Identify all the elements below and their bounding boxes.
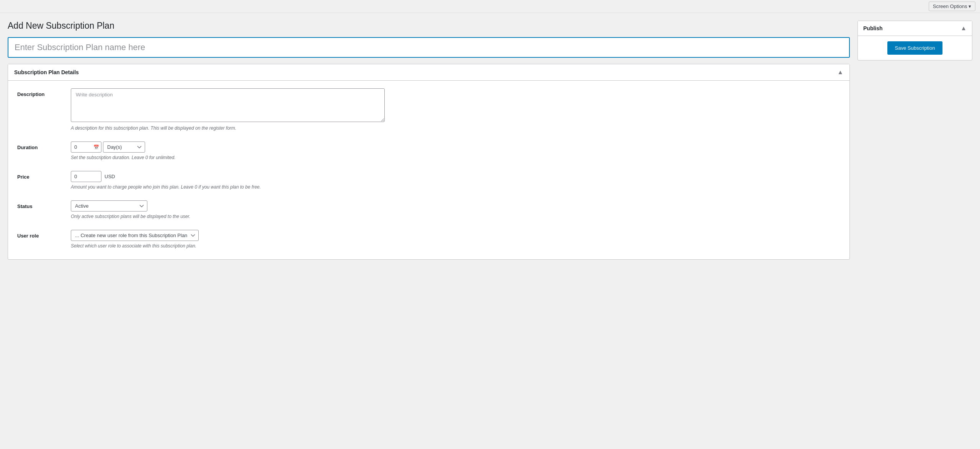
status-hint: Only active subscription plans will be d… xyxy=(71,214,385,219)
main-wrapper: Add New Subscription Plan Subscription P… xyxy=(0,13,980,267)
details-panel-body: Description A description for this subsc… xyxy=(8,81,849,259)
duration-field: 📅 Day(s) Week(s) Month(s) Year(s) Set th… xyxy=(71,142,840,160)
status-field: Active Inactive Only active subscription… xyxy=(71,200,840,219)
publish-panel-header[interactable]: Publish ▲ xyxy=(858,21,972,36)
price-controls: USD xyxy=(71,171,840,182)
duration-controls: 📅 Day(s) Week(s) Month(s) Year(s) xyxy=(71,142,840,153)
status-row: Status Active Inactive Only active subsc… xyxy=(17,200,840,219)
description-label: Description xyxy=(17,88,71,97)
duration-unit-select[interactable]: Day(s) Week(s) Month(s) Year(s) xyxy=(103,142,145,153)
details-panel-header[interactable]: Subscription Plan Details ▲ xyxy=(8,64,849,81)
duration-hint: Set the subscription duration. Leave 0 f… xyxy=(71,155,385,160)
sidebar: Publish ▲ Save Subscription xyxy=(858,21,972,60)
price-label: Price xyxy=(17,171,71,180)
page-title: Add New Subscription Plan xyxy=(8,21,850,31)
description-row: Description A description for this subsc… xyxy=(17,88,840,131)
duration-input-wrapper: 📅 xyxy=(71,142,101,153)
status-label: Status xyxy=(17,200,71,209)
price-hint: Amount you want to charge people who joi… xyxy=(71,184,385,190)
plan-name-input[interactable] xyxy=(8,37,850,58)
save-subscription-button[interactable]: Save Subscription xyxy=(887,41,943,55)
user-role-field: ... Create new user role from this Subsc… xyxy=(71,230,840,249)
currency-label: USD xyxy=(105,174,115,179)
description-textarea[interactable] xyxy=(71,88,385,122)
duration-label: Duration xyxy=(17,142,71,150)
price-field: USD Amount you want to charge people who… xyxy=(71,171,840,190)
screen-options-bar: Screen Options ▾ xyxy=(0,0,980,13)
duration-input[interactable] xyxy=(71,142,101,153)
description-hint: A description for this subscription plan… xyxy=(71,125,385,131)
user-role-select[interactable]: ... Create new user role from this Subsc… xyxy=(71,230,199,241)
publish-panel-title: Publish xyxy=(863,25,883,31)
publish-toggle-icon[interactable]: ▲ xyxy=(960,25,967,32)
user-role-hint: Select which user role to associate with… xyxy=(71,243,385,249)
screen-options-button[interactable]: Screen Options ▾ xyxy=(929,2,975,11)
publish-panel-body: Save Subscription xyxy=(858,36,972,60)
user-role-label: User role xyxy=(17,230,71,239)
details-panel-title: Subscription Plan Details xyxy=(14,69,79,75)
price-input[interactable] xyxy=(71,171,101,182)
details-panel-toggle-icon[interactable]: ▲ xyxy=(837,69,843,76)
duration-row: Duration 📅 Day(s) Week(s) Month(s) xyxy=(17,142,840,160)
content-area: Add New Subscription Plan Subscription P… xyxy=(8,21,850,260)
price-row: Price USD Amount you want to charge peop… xyxy=(17,171,840,190)
description-field: A description for this subscription plan… xyxy=(71,88,840,131)
status-select[interactable]: Active Inactive xyxy=(71,200,147,211)
publish-panel: Publish ▲ Save Subscription xyxy=(858,21,972,60)
details-panel: Subscription Plan Details ▲ Description … xyxy=(8,64,850,260)
user-role-row: User role ... Create new user role from … xyxy=(17,230,840,249)
